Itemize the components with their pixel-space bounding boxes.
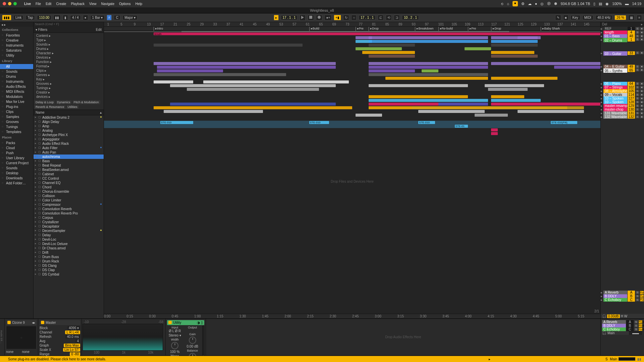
clip[interactable] bbox=[369, 40, 488, 43]
track-header[interactable]: ▸131 Wavetable131S● bbox=[601, 111, 644, 115]
clip[interactable] bbox=[491, 44, 537, 47]
filter-category[interactable]: Function ▸ bbox=[34, 60, 104, 64]
browser-item[interactable]: Creative bbox=[0, 38, 33, 43]
filter-tag[interactable]: Utilities bbox=[66, 105, 79, 109]
device-on[interactable] bbox=[168, 321, 172, 324]
device-item[interactable]: ▸▢Audio Effect Rack bbox=[34, 141, 104, 146]
device-item[interactable]: ▸▢Delay bbox=[34, 233, 104, 237]
scale-toggle[interactable]: ♯ bbox=[107, 15, 112, 20]
locator[interactable]: ▸Re-build bbox=[438, 27, 453, 31]
browser-item[interactable]: Saturators bbox=[0, 48, 33, 53]
device-item[interactable]: ▸▢Addictive Drums 2 bbox=[34, 115, 104, 120]
filter-category[interactable]: Character ▸ bbox=[34, 51, 104, 55]
window-controls[interactable] bbox=[3, 2, 17, 5]
clip[interactable] bbox=[369, 44, 415, 47]
filter-category[interactable]: Grooves ▸ bbox=[34, 81, 104, 86]
name-column[interactable]: Name bbox=[36, 111, 45, 114]
clip[interactable] bbox=[369, 66, 488, 69]
time-ruler[interactable]: 2/1 0:000:150:300:451:001:151:301:452:00… bbox=[104, 314, 600, 318]
clip[interactable] bbox=[369, 69, 415, 72]
device-item[interactable]: ▸▢Amp bbox=[34, 124, 104, 128]
clip[interactable] bbox=[438, 103, 488, 106]
clip[interactable]: STE-01 bbox=[455, 125, 468, 128]
filter-category[interactable]: Content ▸ bbox=[34, 34, 104, 38]
browser-nav[interactable]: ◂ ▸ bbox=[0, 22, 33, 27]
fwd-icon[interactable]: ▸ bbox=[4, 23, 6, 26]
filter-category[interactable]: Key ▸ bbox=[34, 77, 104, 81]
live-logo[interactable]: ▮▮▮ bbox=[2, 15, 11, 20]
scale[interactable]: Major ▾ bbox=[122, 15, 138, 20]
device-item[interactable]: ▸▢Auto Pan bbox=[34, 150, 104, 155]
midi-map[interactable]: ■ bbox=[563, 15, 569, 20]
gain-value[interactable]: 0.00 dB bbox=[185, 345, 201, 348]
menubar-icon[interactable]: ☁ bbox=[528, 2, 532, 6]
browser-item[interactable]: Grooves bbox=[0, 119, 33, 124]
automation-arm[interactable]: +▮ bbox=[334, 15, 341, 20]
clip[interactable] bbox=[465, 47, 491, 50]
device-param[interactable]: Refresh40.0 ms bbox=[40, 335, 80, 339]
locator[interactable]: ▸Build bbox=[309, 27, 319, 31]
midi-label[interactable]: MIDI bbox=[582, 15, 593, 20]
filter-category[interactable]: Type ▸ bbox=[34, 38, 104, 42]
locator[interactable]: ▸Pre bbox=[356, 27, 364, 31]
browser-item[interactable]: Current Project bbox=[0, 161, 33, 166]
clip[interactable] bbox=[491, 128, 498, 131]
browser-item[interactable]: Audio Effects bbox=[0, 84, 33, 89]
clip[interactable] bbox=[491, 77, 557, 80]
arrangement-view[interactable]: 1591317212529333741454953576165697377818… bbox=[104, 22, 600, 318]
device-item[interactable]: ▸▢Compressor bbox=[34, 202, 104, 207]
browser-item[interactable]: Add Folder… bbox=[0, 181, 33, 186]
device-item[interactable]: ▸▢Devil-Loc Deluxe bbox=[34, 242, 104, 246]
search-input[interactable]: Search (Cmd + F) bbox=[34, 22, 104, 27]
browser-item[interactable]: Plug-ins bbox=[0, 104, 33, 109]
filter-category[interactable]: Genres ▸ bbox=[34, 73, 104, 77]
return-track[interactable]: ▸B DDLYBSPost bbox=[601, 294, 644, 298]
device-item[interactable]: ▸▢Dr Chaos.amxd bbox=[34, 246, 104, 250]
clip[interactable] bbox=[157, 69, 223, 72]
device-title[interactable]: Utility bbox=[173, 321, 181, 324]
track-header[interactable]: ▸08 – Atmospher105S● bbox=[601, 89, 644, 93]
quantize[interactable]: 1 Bar ▾ bbox=[90, 15, 105, 20]
status-message[interactable]: Some plug-ins are disabled. Please click… bbox=[8, 357, 106, 361]
return-strip[interactable]: C EchoboyCSPost bbox=[602, 327, 643, 331]
clip[interactable] bbox=[369, 99, 488, 102]
locator[interactable]: ▸Intro bbox=[154, 27, 163, 31]
device-item[interactable]: ▸▢Devil-Loc bbox=[34, 237, 104, 242]
filter-tag[interactable]: Dynamics bbox=[56, 100, 72, 104]
overdub[interactable]: ●+ bbox=[324, 15, 332, 20]
clip[interactable] bbox=[369, 84, 468, 87]
device-item[interactable]: ▸▢Align Delay bbox=[34, 120, 104, 124]
clip[interactable] bbox=[362, 51, 415, 54]
device-fold-icon[interactable]: ◂▸ bbox=[32, 321, 35, 324]
filter-tag[interactable]: Reverb & Resonance bbox=[34, 105, 66, 109]
device-item[interactable]: ▸▢Drum Rack bbox=[34, 259, 104, 263]
menubar-icon[interactable]: ⎋ bbox=[501, 2, 503, 6]
browser-item[interactable]: Max for Live bbox=[0, 99, 33, 104]
clip[interactable] bbox=[385, 77, 488, 80]
locator[interactable]: ▸Pre bbox=[468, 27, 476, 31]
metronome[interactable]: ● bbox=[83, 15, 88, 20]
track-header[interactable]: ▸master-chop130S● bbox=[601, 108, 644, 111]
track-header[interactable]: ▸04 – E Guitar49S● bbox=[601, 65, 644, 68]
clip[interactable] bbox=[154, 106, 352, 109]
browser-item[interactable]: Sounds bbox=[0, 166, 33, 171]
clip[interactable] bbox=[154, 62, 336, 65]
track-header[interactable]: ▸01 – Bass48S● bbox=[601, 34, 644, 38]
clip[interactable] bbox=[418, 110, 484, 113]
device-tabs[interactable]: Audio Eff… bbox=[0, 319, 5, 355]
device-item[interactable]: ▸▢Drift bbox=[34, 250, 104, 255]
browser-item[interactable]: Clips bbox=[0, 109, 33, 114]
device-item[interactable]: ▸▢Analog bbox=[34, 128, 104, 133]
expand-icon[interactable]: ▸ bbox=[489, 357, 490, 361]
master-strip[interactable]: 🎧 Main ▬▬ bbox=[602, 331, 643, 335]
menubar-icon[interactable]: ⌂ bbox=[507, 2, 509, 6]
reenable[interactable]: ↻ bbox=[343, 15, 349, 20]
device-param[interactable]: Block4096 ▾ bbox=[40, 326, 80, 330]
width-knob[interactable] bbox=[171, 342, 178, 349]
loop-length[interactable]: 10 . 2 . 1 bbox=[402, 15, 419, 20]
browser-item[interactable]: MIDI Effects bbox=[0, 89, 33, 94]
clip[interactable] bbox=[491, 62, 600, 65]
tempo[interactable]: 110.00 bbox=[37, 15, 51, 20]
locator[interactable]: ▸Baby Shark bbox=[541, 27, 560, 31]
nudge-up[interactable]: ▮ bbox=[63, 15, 68, 20]
